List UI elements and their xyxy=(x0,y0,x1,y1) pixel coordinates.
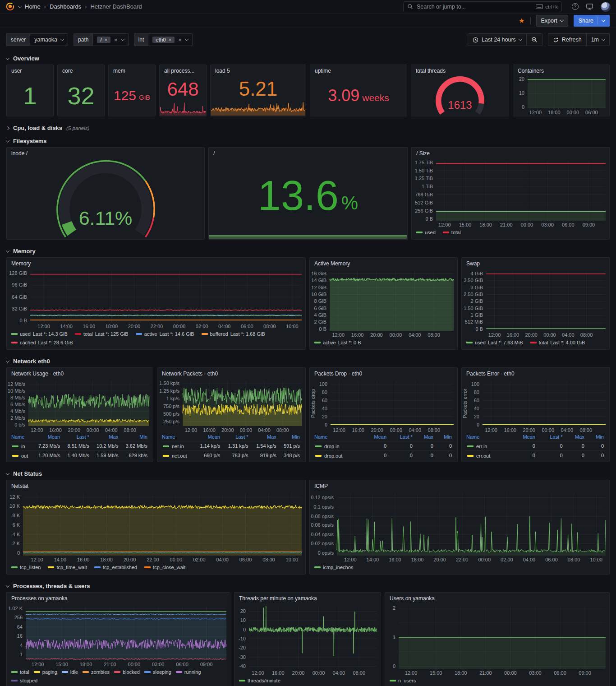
legend-col-header[interactable]: Min xyxy=(120,434,149,441)
panel-title[interactable]: Memory xyxy=(7,258,305,268)
containers-chart[interactable]: 0102012:0018:0000:0006:00 xyxy=(513,75,609,116)
row-header-netstatus[interactable]: Net Status xyxy=(0,467,616,480)
variable-path-chip[interactable]: / xyxy=(97,37,110,43)
panel-title[interactable]: / Size xyxy=(412,148,609,158)
legend-col-header[interactable]: Max xyxy=(91,434,120,441)
monitor-icon[interactable] xyxy=(586,3,593,10)
zoom-out-button[interactable] xyxy=(527,33,542,46)
row-header-filesystems[interactable]: Filesystems xyxy=(0,134,616,147)
panel-title[interactable]: ICMP xyxy=(310,480,609,490)
packets-drop-chart[interactable]: Packets drop02040608010012:0016:0020:000… xyxy=(310,378,457,434)
icmp-chart[interactable]: 0 ops/s0.02 ops/s0.04 ops/s0.06 ops/s0.0… xyxy=(310,490,609,563)
swap-chart[interactable]: 0 B512 MiB1 GiB1.50 GiB2 GiB2.50 GiB3 Gi… xyxy=(462,268,609,338)
help-icon[interactable] xyxy=(572,3,579,10)
root-usage-sparkline[interactable] xyxy=(209,233,407,239)
processes-chart[interactable]: 1416642561.02 K12:0015:0018:0021:0000:00… xyxy=(7,603,230,668)
variable-int-select[interactable]: eth0 xyxy=(148,33,192,46)
legend-col-header[interactable]: Max xyxy=(565,434,586,441)
legend-item[interactable]: threads/minute xyxy=(239,677,280,684)
panel-title[interactable]: total threads xyxy=(411,65,509,75)
refresh-button[interactable]: Refresh xyxy=(548,33,587,46)
legend-item[interactable]: used xyxy=(416,229,436,236)
panel-title[interactable]: Network Packets - eth0 xyxy=(157,368,305,378)
legend-col-header[interactable]: Min xyxy=(435,434,454,441)
network-usage-chart[interactable]: 0 b/s2 Mb/s4 Mb/s6 Mb/s8 Mb/s10 Mb/s12 M… xyxy=(7,378,153,434)
legend-item[interactable]: tcp_listen xyxy=(11,564,41,571)
series-name[interactable]: drop.in xyxy=(315,444,340,449)
legend-col-header[interactable]: Last * xyxy=(222,434,250,441)
export-button[interactable]: Export xyxy=(536,15,568,27)
legend-item[interactable]: usedLast *: 14.3 GiB xyxy=(11,330,68,338)
legend-item[interactable]: sleeping xyxy=(144,668,171,676)
panel-title[interactable]: Swap xyxy=(462,258,609,268)
panel-title[interactable]: Threads per minute on yamaoka xyxy=(234,593,381,603)
series-name[interactable]: net.in xyxy=(163,444,184,449)
legend-col-header[interactable]: Name xyxy=(161,434,194,441)
breadcrumb-dashboards[interactable]: Dashboards xyxy=(50,3,81,10)
grafana-logo-icon[interactable] xyxy=(5,2,15,11)
clear-all-icon[interactable] xyxy=(178,37,182,43)
legend-col-header[interactable]: Mean xyxy=(33,434,62,441)
panel-title[interactable]: Packets Drop - eth0 xyxy=(310,368,457,378)
panel-title[interactable]: mem xyxy=(109,65,155,75)
panel-title[interactable]: Processes on yamaoka xyxy=(7,593,230,603)
row-header-network[interactable]: Network eth0 xyxy=(0,354,616,367)
legend-item[interactable]: zombies xyxy=(83,668,110,676)
series-name[interactable]: net.out xyxy=(163,453,187,459)
inode-gauge[interactable]: 6.11% xyxy=(7,158,204,239)
total-threads-gauge[interactable]: 1613 xyxy=(411,75,509,116)
series-name[interactable]: in xyxy=(12,444,25,449)
threads-minute-chart[interactable]: -40-30-20-100102012:0016:0020:0000:0004:… xyxy=(234,603,381,677)
legend-item[interactable]: usedLast *: 7.63 MiB xyxy=(466,339,523,346)
legend-col-header[interactable]: Last * xyxy=(537,434,565,441)
legend-item[interactable]: running xyxy=(176,668,201,676)
panel-title[interactable]: core xyxy=(58,65,104,75)
legend-col-header[interactable]: Min xyxy=(278,434,302,441)
time-range-button[interactable]: Last 24 hours xyxy=(468,33,527,46)
memory-chart[interactable]: 0 B32 GiB64 GiB96 GiB128 GiB12:0014:0016… xyxy=(7,268,305,330)
legend-item[interactable]: tcp_close_wait xyxy=(144,564,185,571)
all-process-sparkline[interactable] xyxy=(160,97,206,116)
legend-col-header[interactable]: Name xyxy=(465,434,510,441)
users-chart[interactable]: 01212:0015:0018:0021:0000:0003:0006:0009… xyxy=(385,603,609,677)
clear-all-icon[interactable] xyxy=(114,37,118,43)
panel-title[interactable]: Active Memory xyxy=(310,258,457,268)
legend-col-header[interactable]: Last * xyxy=(388,434,414,441)
remove-chip-icon[interactable] xyxy=(105,37,107,42)
refresh-interval-button[interactable]: 1m xyxy=(587,33,610,46)
legend-col-header[interactable]: Name xyxy=(313,434,363,441)
series-name[interactable]: err.in xyxy=(467,444,487,449)
panel-title[interactable]: Network Usage - eth0 xyxy=(7,368,153,378)
legend-item[interactable]: total xyxy=(443,229,461,236)
search-input[interactable]: Search or jump to... ctrl+k xyxy=(403,1,562,12)
breadcrumb-home[interactable]: Home xyxy=(25,3,41,10)
row-header-memory[interactable]: Memory xyxy=(0,244,616,257)
favorite-star-icon[interactable] xyxy=(519,17,524,25)
legend-col-header[interactable]: Min xyxy=(586,434,606,441)
panel-title[interactable]: load 5 xyxy=(211,65,306,75)
legend-item[interactable]: icmp_inechos xyxy=(314,564,353,571)
legend-item[interactable]: total xyxy=(11,668,29,676)
share-button[interactable]: Share xyxy=(574,15,610,27)
legend-item[interactable]: idle xyxy=(62,668,78,676)
legend-col-header[interactable]: Name xyxy=(10,434,33,441)
row-header-cpu[interactable]: Cpu, load & disks (5 panels) xyxy=(0,121,616,134)
network-packets-chart[interactable]: 250 p/s500 p/s750 p/s1 kp/s1.25 kp/s1.50… xyxy=(157,378,305,434)
row-header-overview[interactable]: Overview xyxy=(0,51,616,65)
legend-item[interactable]: bufferedLast *: 1.68 GiB xyxy=(202,330,265,338)
panel-title[interactable]: / xyxy=(209,148,407,158)
netstat-chart[interactable]: 02 K4 K6 K8 K10 K12 K12:0014:0016:0018:0… xyxy=(7,490,305,563)
active-memory-chart[interactable]: 0 B2 GiB4 GiB6 GiB8 GiB10 GiB12 GiB14 Gi… xyxy=(310,268,457,338)
legend-col-header[interactable]: Max xyxy=(414,434,435,441)
legend-item[interactable]: stopped xyxy=(11,677,37,684)
variable-path-select[interactable]: / xyxy=(92,33,128,46)
series-name[interactable]: out xyxy=(12,453,28,459)
legend-item[interactable]: paging xyxy=(34,668,57,676)
legend-item[interactable]: tcp_established xyxy=(94,564,137,571)
series-name[interactable]: err.out xyxy=(467,453,490,459)
legend-item[interactable]: n_users xyxy=(390,677,416,684)
legend-item[interactable]: cachedLast *: 28.6 GiB xyxy=(11,339,73,346)
legend-item[interactable]: totalLast *: 4.00 GiB xyxy=(530,339,585,346)
org-switcher-chevron-icon[interactable] xyxy=(18,4,22,8)
legend-item[interactable]: blocked xyxy=(114,668,140,676)
